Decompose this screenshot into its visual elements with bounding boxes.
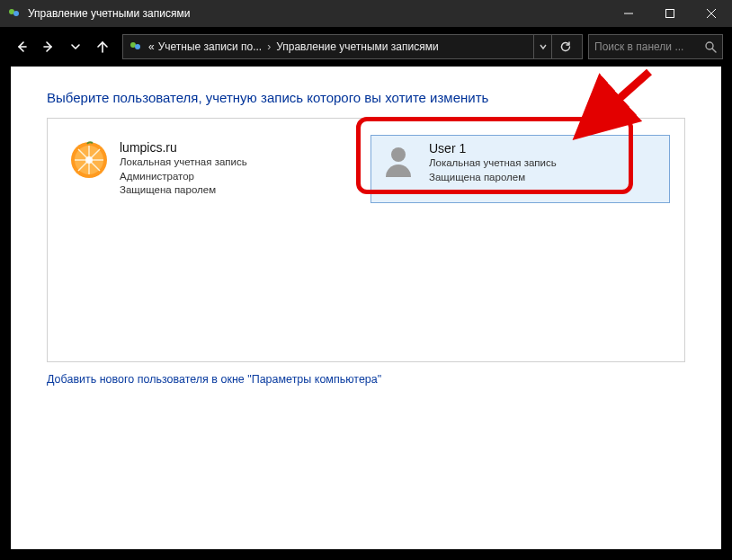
breadcrumb-dropdown[interactable] [533, 35, 551, 58]
user-meta-line: Локальная учетная запись [120, 156, 247, 170]
breadcrumb[interactable]: « Учетные записи по... › Управление учет… [122, 34, 583, 59]
back-button[interactable] [9, 34, 34, 59]
address-bar: « Учетные записи по... › Управление учет… [0, 27, 732, 67]
breadcrumb-prefix: « [148, 40, 155, 53]
app-icon [7, 6, 22, 21]
user-name: lumpics.ru [120, 140, 247, 155]
breadcrumb-seg-2[interactable]: Управление учетными записями [276, 40, 438, 53]
user-meta-line: Защищена паролем [429, 171, 557, 185]
user-name: User 1 [429, 141, 557, 156]
svg-point-20 [391, 147, 406, 162]
content-pane: Выберите пользователя, учетную запись ко… [11, 67, 721, 549]
breadcrumb-icon [129, 40, 143, 54]
svg-rect-3 [666, 10, 674, 18]
user-card[interactable]: User 1 Локальная учетная запись Защищена… [370, 135, 670, 203]
svg-point-19 [85, 156, 93, 164]
recent-button[interactable] [63, 34, 88, 59]
svg-point-10 [135, 44, 140, 49]
user-meta-line: Локальная учетная запись [429, 156, 557, 171]
maximize-button[interactable] [649, 0, 691, 27]
avatar [69, 140, 109, 180]
titlebar: Управление учетными записями [0, 0, 732, 27]
user-meta-line: Защищена паролем [120, 183, 247, 198]
search-placeholder: Поиск в панели ... [594, 40, 701, 53]
user-card[interactable]: lumpics.ru Локальная учетная запись Адми… [62, 135, 362, 203]
add-user-link[interactable]: Добавить нового пользователя в окне "Пар… [47, 373, 381, 386]
search-input[interactable]: Поиск в панели ... [588, 34, 723, 59]
up-button[interactable] [90, 34, 115, 59]
refresh-button[interactable] [551, 35, 578, 58]
close-button[interactable] [691, 0, 732, 27]
minimize-button[interactable] [608, 0, 649, 27]
window-title: Управление учетными записями [28, 7, 608, 20]
svg-line-12 [712, 49, 716, 52]
breadcrumb-seg-1[interactable]: Учетные записи по... [158, 40, 263, 53]
chevron-right-icon: › [267, 40, 271, 53]
search-icon [704, 40, 717, 53]
user-meta-line: Администратор [120, 170, 247, 184]
page-heading: Выберите пользователя, учетную запись ко… [47, 90, 685, 105]
forward-button[interactable] [36, 34, 61, 59]
user-list: lumpics.ru Локальная учетная запись Адми… [47, 118, 685, 362]
svg-point-1 [13, 11, 19, 16]
avatar [379, 141, 418, 181]
